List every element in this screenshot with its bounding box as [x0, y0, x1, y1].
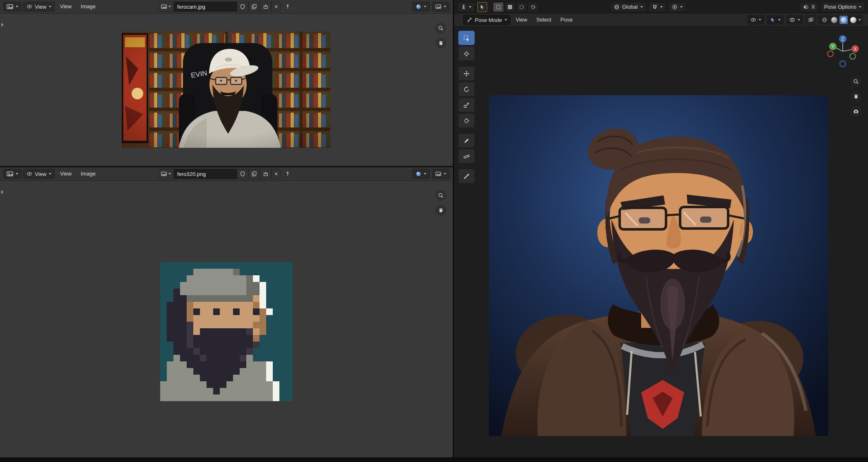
tool-measure[interactable]: [458, 149, 475, 164]
region-toggle-arrow[interactable]: [1, 23, 4, 27]
gizmos-dropdown[interactable]: [767, 15, 784, 25]
hand-icon: [438, 207, 444, 213]
chevron-down-icon: [444, 173, 446, 175]
pin-button[interactable]: [285, 4, 291, 10]
xray-toggle[interactable]: [805, 15, 816, 25]
interaction-mode-label: Pose Mode: [475, 17, 502, 23]
gizmo-arrow-icon: [770, 17, 776, 23]
tool-option-button-2[interactable]: [505, 2, 515, 12]
image-display-button[interactable]: [432, 169, 450, 179]
tool-transform[interactable]: [458, 113, 475, 128]
tool-select-box[interactable]: [458, 31, 475, 45]
image-editor-icon: [7, 3, 13, 10]
image-editor-top-canvas[interactable]: EVIN: [0, 14, 453, 166]
snapping-button[interactable]: [649, 2, 666, 12]
editor-type-button[interactable]: [3, 169, 22, 179]
menu-pose[interactable]: Pose: [557, 15, 577, 25]
menu-view[interactable]: View: [512, 15, 531, 25]
fallback-tool-button[interactable]: [477, 2, 487, 12]
rotate-icon: [463, 86, 470, 93]
viewport-canvas[interactable]: Z X Y: [454, 26, 868, 457]
gizmo-y-label: Y: [832, 44, 834, 49]
menu-view[interactable]: View: [56, 169, 75, 179]
pan-button[interactable]: [435, 38, 446, 48]
tool-scale[interactable]: [458, 98, 475, 112]
overlays-dropdown[interactable]: [786, 15, 803, 25]
chevron-down-icon: [759, 19, 761, 21]
unpack-button[interactable]: [260, 2, 272, 12]
menu-select[interactable]: Select: [533, 15, 555, 25]
zoom-button[interactable]: [851, 76, 861, 87]
tool-rotate[interactable]: [458, 82, 475, 96]
browse-image-button[interactable]: [158, 2, 174, 12]
tool-option-button-1[interactable]: [493, 2, 504, 12]
mode-dropdown[interactable]: View: [23, 169, 55, 179]
menu-view[interactable]: View: [56, 2, 75, 12]
editor-type-button[interactable]: [3, 2, 22, 12]
tool-option-button-3[interactable]: [516, 2, 527, 12]
active-tool-button[interactable]: [457, 2, 475, 12]
image-editor-bottom-canvas[interactable]: [0, 181, 453, 457]
hand-icon: [438, 40, 444, 46]
fake-user-button[interactable]: [237, 2, 248, 12]
zoom-button[interactable]: [435, 23, 446, 34]
chevron-down-icon: [16, 173, 18, 175]
menu-image[interactable]: Image: [77, 2, 99, 12]
unlink-button[interactable]: ×: [272, 2, 281, 12]
pin-icon: [285, 4, 291, 10]
shading-material-button[interactable]: [839, 16, 848, 24]
viewport-area: Global: [454, 0, 868, 457]
tool-settings-bar: Global: [454, 0, 868, 14]
camera-view-button[interactable]: [851, 106, 861, 117]
shield-icon: [240, 4, 245, 10]
duplicate-icon: [251, 171, 257, 177]
zoom-button[interactable]: [435, 190, 446, 201]
image-display-button[interactable]: [432, 2, 450, 12]
image-name-field[interactable]: [174, 2, 237, 12]
chevron-down-icon: [444, 6, 446, 7]
region-toggle-arrow[interactable]: [1, 190, 4, 194]
magnifier-icon: [438, 192, 444, 198]
unlink-button[interactable]: ×: [272, 169, 281, 179]
image-name-field[interactable]: [174, 169, 237, 179]
image-editor-bottom-header: View View Image: [0, 167, 453, 181]
viewport-header-right: [747, 15, 863, 25]
lasso-select-icon: [530, 4, 536, 10]
tool-annotate[interactable]: [458, 133, 475, 148]
new-image-button[interactable]: [248, 169, 260, 179]
unpack-button[interactable]: [260, 169, 272, 179]
pan-button[interactable]: [435, 205, 446, 216]
solid-sphere-icon: [831, 17, 837, 23]
x-mirror-toggle[interactable]: X: [800, 2, 818, 12]
fake-user-button[interactable]: [237, 169, 248, 179]
tool-pose-breakdowner[interactable]: [458, 169, 475, 183]
orientation-dropdown[interactable]: Global: [611, 2, 646, 12]
proportional-editing-button[interactable]: [668, 2, 686, 12]
tool-move[interactable]: [458, 66, 475, 81]
nav-gizmo[interactable]: Z X Y: [824, 32, 862, 70]
image-icon: [161, 4, 167, 10]
shading-wireframe-button[interactable]: [820, 16, 829, 24]
pan-button[interactable]: [851, 91, 861, 102]
pin-button[interactable]: [285, 171, 291, 177]
tool-option-button-4[interactable]: [528, 2, 539, 12]
visibility-dropdown[interactable]: [747, 15, 765, 25]
pack-icon: [263, 171, 269, 177]
display-channels-button[interactable]: [412, 169, 430, 179]
new-image-button[interactable]: [248, 2, 260, 12]
shading-rendered-button[interactable]: [849, 16, 857, 24]
display-channels-button[interactable]: [412, 2, 430, 12]
wireframe-sphere-icon: [822, 17, 827, 23]
image-datablock: ×: [158, 169, 291, 179]
pin-icon: [285, 171, 291, 177]
browse-image-button[interactable]: [158, 169, 174, 179]
chevron-down-icon: [680, 6, 683, 8]
tool-cursor[interactable]: [458, 46, 475, 61]
mode-dropdown[interactable]: View: [23, 2, 55, 12]
camera-icon: [853, 108, 859, 114]
image-editor-top-header-right: [412, 2, 450, 12]
interaction-mode-dropdown[interactable]: Pose Mode: [463, 15, 510, 25]
pose-options-dropdown[interactable]: Pose Options: [821, 2, 865, 12]
shading-solid-button[interactable]: [830, 16, 838, 24]
menu-image[interactable]: Image: [77, 169, 99, 179]
